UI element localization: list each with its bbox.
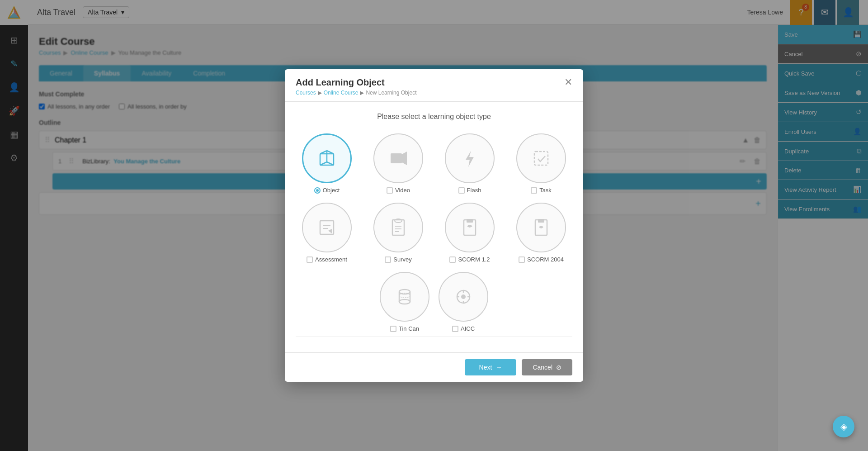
object-label-row-scorm2004: SCORM 2004 [519,256,564,263]
modal-overlay[interactable]: Add Learning Object Courses ▶ Online Cou… [0,0,868,451]
object-label-video: Video [395,187,410,194]
modal-header: Add Learning Object Courses ▶ Online Cou… [285,69,583,102]
checkbox-aicc [452,326,458,332]
object-label-row-video: Video [387,187,410,194]
modal-breadcrumb: Courses ▶ Online Course ▶ New Learning O… [296,90,416,96]
modal-cancel-button[interactable]: Cancel ⊘ [522,359,572,375]
next-arrow-icon: → [495,364,502,371]
object-type-video[interactable]: Video [367,133,429,194]
object-circle-survey[interactable] [373,203,423,252]
object-label-scorm2004: SCORM 2004 [527,256,564,263]
object-label-task: Task [539,187,552,194]
svg-rect-11 [534,152,548,165]
scorm12-icon [458,216,481,239]
object-label-assessment: Assessment [315,256,347,263]
object-type-aicc[interactable]: AICC [439,272,488,332]
object-circle-tincan[interactable] [380,272,429,322]
object-label-object: Object [323,187,340,194]
modal-breadcrumb-sep1: ▶ [318,90,322,96]
flash-icon [458,147,481,170]
object-type-tincan[interactable]: Tin Can [380,272,429,332]
object-label-row-tincan: Tin Can [390,325,419,332]
svg-rect-9 [391,153,402,163]
object-row-3: Tin Can [296,272,572,332]
object-circle-task[interactable] [516,133,566,183]
object-label-row-flash: Flash [458,187,481,194]
object-label-flash: Flash [467,187,481,194]
svg-rect-21 [467,219,473,223]
modal-title: Add Learning Object [296,77,416,88]
object-type-survey[interactable]: Survey [367,203,429,263]
object-circle-assessment[interactable] [302,203,352,252]
modal-subtitle: Please select a learning object type [296,113,572,121]
object-label-survey: Survey [393,256,411,263]
task-icon [530,147,552,170]
object-type-scorm2004[interactable]: SCORM 2004 [510,203,572,263]
object-type-object[interactable]: Object [296,133,358,194]
object-label-row-assessment: Assessment [307,256,347,263]
next-button[interactable]: Next → [465,359,517,375]
object-type-scorm12[interactable]: SCORM 1.2 [439,203,501,263]
modal-breadcrumb-online-course[interactable]: Online Course [324,90,359,96]
next-label: Next [479,364,492,371]
object-type-assessment[interactable]: Assessment [296,203,358,263]
object-type-task[interactable]: Task [510,133,572,194]
object-label-row-aicc: AICC [452,325,475,332]
video-icon [387,147,410,170]
svg-point-34 [461,294,466,299]
checkbox-scorm12 [449,256,456,263]
object-label-aicc: AICC [461,325,475,332]
fab-button[interactable]: ◈ [833,416,854,437]
object-type-grid: Object Video [296,133,572,263]
checkbox-video [387,187,393,194]
svg-rect-23 [538,219,544,223]
object-circle-video[interactable] [373,133,423,183]
svg-point-25 [399,299,410,304]
modal-divider [296,337,572,337]
modal-header-text: Add Learning Object Courses ▶ Online Cou… [296,77,416,96]
cancel-circle-icon: ⊘ [556,364,561,371]
checkbox-survey [385,256,391,263]
checkbox-tincan [390,326,396,332]
object-circle-flash[interactable] [445,133,495,183]
svg-marker-10 [402,152,407,165]
checkbox-scorm2004 [519,256,525,263]
modal-breadcrumb-courses[interactable]: Courses [296,90,316,96]
object-label-row-task: Task [531,187,552,194]
cube-icon [316,147,338,170]
object-circle-object[interactable] [302,133,352,183]
checkbox-task [531,187,537,194]
survey-icon [387,216,410,239]
object-label-scorm12: SCORM 1.2 [458,256,490,263]
object-circle-scorm12[interactable] [445,203,495,252]
aicc-icon [452,285,475,308]
scorm2004-icon [530,216,552,239]
assessment-icon [316,216,338,239]
modal-footer: Next → Cancel ⊘ [285,352,583,382]
object-label-row-scorm12: SCORM 1.2 [449,256,490,263]
checkbox-assessment [307,256,313,263]
radio-object [314,187,321,194]
object-label-row-survey: Survey [385,256,411,263]
modal-cancel-label: Cancel [533,364,552,371]
object-type-flash[interactable]: Flash [439,133,501,194]
modal-breadcrumb-sep2: ▶ [360,90,364,96]
fab-icon: ◈ [840,421,847,432]
object-label-tincan: Tin Can [399,325,419,332]
modal-breadcrumb-current: New Learning Object [366,90,416,96]
object-circle-scorm2004[interactable] [516,203,566,252]
object-circle-aicc[interactable] [439,272,488,322]
tincan-icon [393,285,416,308]
add-learning-object-modal: Add Learning Object Courses ▶ Online Cou… [285,69,583,382]
checkbox-flash [458,187,465,194]
object-label-row-object: Object [314,187,340,194]
modal-body: Please select a learning object type [285,102,583,352]
modal-close-button[interactable]: ✕ [564,77,572,87]
